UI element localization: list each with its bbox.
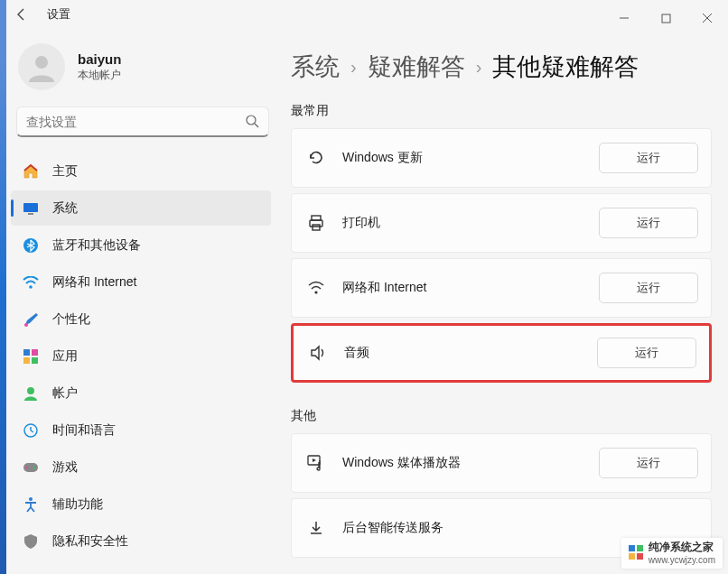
person-icon [26,51,57,82]
section-frequent: 最常用 Windows 更新 运行 打印机 运行 网络和 Internet [291,103,721,383]
sidebar-item-time-language[interactable]: 时间和语言 [11,412,271,448]
troubleshooter-media-player: Windows 媒体播放器 运行 [291,433,712,493]
breadcrumb-system[interactable]: 系统 [291,51,340,83]
sidebar-item-system[interactable]: 系统 [11,190,271,226]
sidebar-item-label: 帐户 [52,385,78,402]
settings-window: 设置 baiyun 本地帐户 [0,0,728,574]
run-button[interactable]: 运行 [599,143,698,173]
section-other: 其他 Windows 媒体播放器 运行 后台智能传送服务 [291,408,721,558]
breadcrumb: 系统 › 疑难解答 › 其他疑难解答 [291,51,721,83]
frequent-list: Windows 更新 运行 打印机 运行 网络和 Internet 运行 [291,128,721,383]
svg-point-14 [27,387,34,394]
sidebar-item-label: 辅助功能 [52,496,103,513]
brush-icon [22,310,40,329]
wifi-icon [22,273,40,292]
sidebar-item-label: 时间和语言 [52,422,116,439]
svg-rect-28 [637,553,643,560]
accessibility-icon [22,495,40,514]
wifi-icon [306,278,326,298]
section-title-other: 其他 [291,408,721,424]
apps-icon [22,347,40,366]
run-button[interactable]: 运行 [599,448,698,478]
sidebar-item-home[interactable]: 主页 [11,153,271,189]
chevron-right-icon: › [350,57,357,78]
watermark: 纯净系统之家 www.ycwjzy.com [621,538,723,569]
close-button[interactable] [686,0,728,36]
svg-point-9 [24,323,28,327]
sidebar-item-privacy[interactable]: 隐私和安全性 [11,523,271,559]
svg-point-19 [29,497,33,501]
close-icon [702,13,713,23]
section-title-frequent: 最常用 [291,103,721,119]
back-button[interactable] [7,0,36,29]
person-icon [22,384,40,403]
troubleshooter-label: 网络和 Internet [342,280,583,296]
sidebar-item-label: 网络和 Internet [52,274,136,291]
sidebar-item-label: 系统 [52,200,78,217]
breadcrumb-troubleshoot[interactable]: 疑难解答 [368,51,465,83]
user-info: baiyun 本地帐户 [78,51,121,82]
breadcrumb-other-troubleshooters: 其他疑难解答 [492,51,639,83]
sidebar-item-label: 主页 [52,163,78,180]
troubleshooter-label: 后台智能传送服务 [342,520,698,536]
sidebar-item-apps[interactable]: 应用 [11,338,271,374]
svg-rect-1 [662,14,670,23]
svg-point-18 [33,466,35,468]
monitor-icon [22,199,40,218]
titlebar: 设置 [0,0,728,29]
svg-point-17 [26,466,28,468]
troubleshooter-windows-update: Windows 更新 运行 [291,128,712,188]
sidebar-nav: 主页 系统 蓝牙和其他设备 网络和 Internet 个性化 [0,153,280,559]
printer-icon [306,213,326,233]
minimize-icon [619,13,630,23]
run-button[interactable]: 运行 [599,273,698,303]
svg-point-8 [29,285,33,289]
search-input[interactable] [26,115,246,129]
troubleshooter-label: 打印机 [342,215,583,231]
watermark-url: www.ycwjzy.com [649,555,715,565]
sidebar-item-label: 游戏 [52,459,78,476]
svg-rect-16 [23,463,38,472]
maximize-icon [661,14,671,23]
globe-clock-icon [22,421,40,440]
troubleshooter-network: 网络和 Internet 运行 [291,258,712,318]
run-button[interactable]: 运行 [597,338,696,368]
sidebar-item-label: 蓝牙和其他设备 [52,237,141,254]
user-block[interactable]: baiyun 本地帐户 [0,40,280,106]
main-panel: 系统 › 疑难解答 › 其他疑难解答 最常用 Windows 更新 运行 打印机 [280,29,728,574]
sidebar-item-bluetooth[interactable]: 蓝牙和其他设备 [11,227,271,263]
svg-rect-12 [23,357,30,364]
window-title: 设置 [47,6,70,23]
svg-rect-13 [32,357,38,364]
svg-rect-20 [312,216,321,220]
sidebar-item-network[interactable]: 网络和 Internet [11,264,271,300]
avatar [18,43,65,90]
troubleshooter-label: 音频 [344,345,581,361]
svg-rect-27 [629,553,635,560]
troubleshooter-label: Windows 媒体播放器 [342,455,583,471]
sidebar-item-accessibility[interactable]: 辅助功能 [11,486,271,522]
svg-rect-25 [629,545,635,551]
run-button[interactable]: 运行 [599,208,698,238]
media-icon [306,453,326,473]
svg-rect-5 [23,203,38,212]
gamepad-icon [22,458,40,477]
maximize-button[interactable] [645,0,686,36]
search-box[interactable] [16,106,269,137]
download-icon [306,518,326,538]
sidebar-item-personalization[interactable]: 个性化 [11,301,271,337]
minimize-button[interactable] [603,0,645,36]
sidebar-item-gaming[interactable]: 游戏 [11,449,271,485]
svg-rect-21 [310,220,322,227]
sidebar-item-label: 隐私和安全性 [52,533,128,550]
windows-logo-icon [629,545,643,560]
sidebar-item-accounts[interactable]: 帐户 [11,375,271,411]
svg-line-4 [255,124,258,127]
home-icon [22,162,40,181]
svg-point-23 [314,291,317,293]
speaker-icon [308,343,328,363]
window-left-accent [0,0,6,574]
chevron-right-icon: › [476,57,482,78]
svg-rect-26 [637,545,643,551]
svg-point-2 [35,56,48,69]
